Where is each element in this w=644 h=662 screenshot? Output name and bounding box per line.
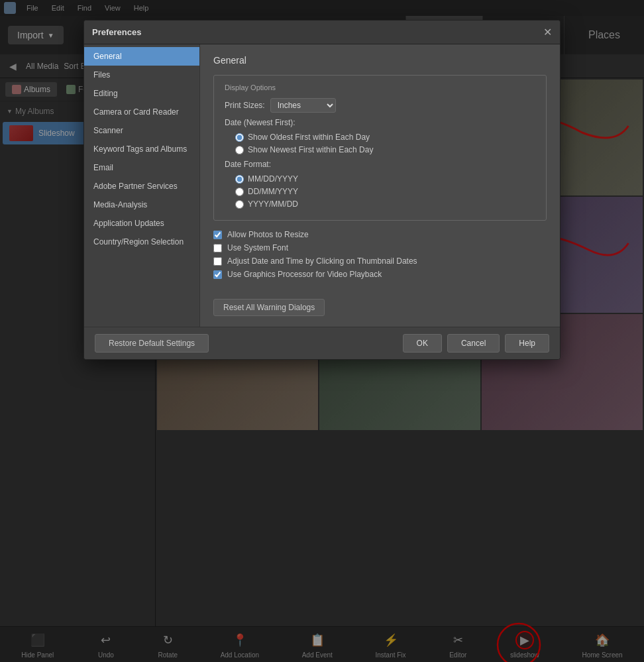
radio-newest-row: Show Newest First within Each Day — [235, 145, 535, 154]
preferences-titlebar: Preferences ✕ — [84, 21, 560, 44]
print-sizes-label: Print Sizes: — [225, 101, 265, 110]
radio-ddmmyyyy-input[interactable] — [235, 188, 244, 196]
radio-ddmmyyyy-row: DD/MM/YYYY — [235, 187, 535, 196]
radio-newest-label: Show Newest First within Each Day — [248, 145, 373, 154]
pref-nav-email[interactable]: Email — [84, 158, 199, 177]
date-radio-group: Show Oldest First within Each Day Show N… — [235, 133, 535, 154]
adjust-date-checkbox[interactable] — [213, 257, 222, 266]
preferences-content: General Display Options Print Sizes: Inc… — [200, 44, 560, 327]
radio-mmddyyyy-input[interactable] — [235, 175, 244, 184]
system-font-label: Use System Font — [227, 243, 288, 252]
date-format-label: Date Format: — [225, 160, 271, 169]
preferences-close-button[interactable]: ✕ — [543, 26, 552, 38]
pref-nav-editing[interactable]: Editing — [84, 84, 199, 103]
date-newest-row: Date (Newest First): — [225, 118, 535, 127]
preferences-footer: Restore Default Settings OK Cancel Help — [84, 327, 560, 359]
graphics-processor-label: Use Graphics Processor for Video Playbac… — [227, 270, 382, 279]
system-font-row: Use System Font — [213, 243, 547, 252]
radio-yyyymmdd-label: YYYY/MM/DD — [248, 199, 298, 209]
graphics-processor-row: Use Graphics Processor for Video Playbac… — [213, 270, 547, 279]
pref-nav-camera[interactable]: Camera or Card Reader — [84, 103, 199, 121]
date-newest-label: Date (Newest First): — [225, 118, 295, 127]
date-format-radio-group: MM/DD/YYYY DD/MM/YYYY YYYY/MM/DD — [235, 174, 535, 209]
radio-oldest-label: Show Oldest First within Each Day — [248, 133, 370, 142]
preferences-dialog: Preferences ✕ General Files Editing Came… — [83, 20, 561, 360]
display-options-group: Display Options Print Sizes: Inches Cent… — [213, 75, 547, 221]
pref-nav-country[interactable]: Country/Region Selection — [84, 233, 199, 251]
restore-defaults-button[interactable]: Restore Default Settings — [95, 334, 209, 353]
print-sizes-row: Print Sizes: Inches Centimeters Pixels — [225, 98, 535, 113]
pref-nav-adobe[interactable]: Adobe Partner Services — [84, 177, 199, 195]
pref-nav-media-analysis[interactable]: Media-Analysis — [84, 195, 199, 214]
preferences-body: General Files Editing Camera or Card Rea… — [84, 44, 560, 327]
preferences-nav: General Files Editing Camera or Card Rea… — [84, 44, 200, 327]
radio-ddmmyyyy-label: DD/MM/YYYY — [248, 187, 298, 196]
pref-nav-files[interactable]: Files — [84, 66, 199, 84]
adjust-date-label: Adjust Date and Time by Clicking on Thum… — [227, 256, 417, 266]
system-font-checkbox[interactable] — [213, 244, 222, 252]
date-format-row: Date Format: — [225, 160, 535, 169]
adjust-date-row: Adjust Date and Time by Clicking on Thum… — [213, 256, 547, 266]
radio-yyyymmdd-input[interactable] — [235, 200, 244, 209]
allow-resize-row: Allow Photos to Resize — [213, 230, 547, 239]
allow-resize-checkbox[interactable] — [213, 231, 222, 239]
radio-oldest-input[interactable] — [235, 133, 244, 142]
help-button[interactable]: Help — [505, 334, 549, 353]
reset-warnings-button[interactable]: Reset All Warning Dialogs — [213, 299, 325, 316]
radio-yyyymmdd-row: YYYY/MM/DD — [235, 199, 535, 209]
radio-mmddyyyy-label: MM/DD/YYYY — [248, 174, 298, 184]
preferences-title: Preferences — [92, 27, 141, 37]
cancel-button[interactable]: Cancel — [447, 334, 500, 353]
preferences-overlay: Preferences ✕ General Files Editing Came… — [0, 0, 644, 662]
graphics-processor-checkbox[interactable] — [213, 270, 222, 279]
display-options-title: Display Options — [225, 83, 535, 91]
allow-resize-label: Allow Photos to Resize — [227, 230, 309, 239]
radio-mmddyyyy-row: MM/DD/YYYY — [235, 174, 535, 184]
ok-button[interactable]: OK — [403, 334, 442, 353]
pref-content-title: General — [213, 55, 547, 66]
pref-nav-scanner[interactable]: Scanner — [84, 121, 199, 140]
print-sizes-select[interactable]: Inches Centimeters Pixels — [270, 98, 336, 113]
radio-newest-input[interactable] — [235, 146, 244, 154]
radio-oldest-row: Show Oldest First within Each Day — [235, 133, 535, 142]
pref-nav-keyword[interactable]: Keyword Tags and Albums — [84, 140, 199, 158]
pref-nav-app-updates[interactable]: Application Updates — [84, 214, 199, 233]
pref-nav-general[interactable]: General — [84, 47, 199, 66]
